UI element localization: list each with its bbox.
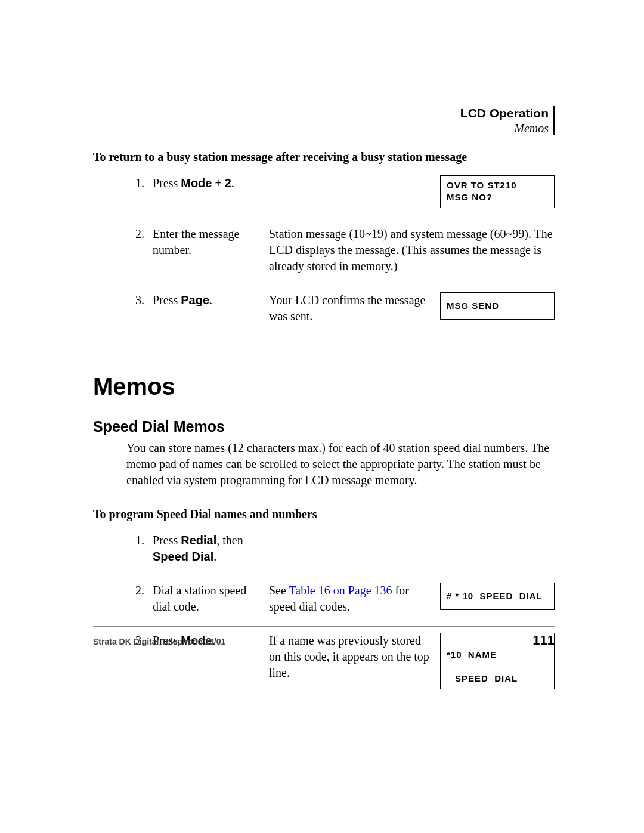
key-label: Mode bbox=[181, 176, 212, 190]
step-number: 1. bbox=[93, 532, 153, 583]
heading-1: Memos bbox=[93, 373, 555, 400]
lcd-display: OVR TO ST210 MSG NO? bbox=[440, 175, 555, 208]
key-label: Speed Dial bbox=[153, 550, 213, 563]
procedure-title: To return to a busy station message afte… bbox=[93, 150, 555, 164]
text: + bbox=[212, 176, 224, 190]
procedure-steps: 1. Press Mode + 2. OVR TO ST210 MSG NO? … bbox=[93, 175, 555, 342]
step-number: 2. bbox=[93, 583, 153, 633]
footer-title: Strata DK Digital Telephone 10/01 bbox=[93, 637, 225, 646]
step-action: Press Page. bbox=[153, 292, 258, 342]
lcd-display: # * 10 SPEED DIAL bbox=[440, 583, 555, 610]
text: Press bbox=[153, 534, 181, 547]
result-text: See Table 16 on Page 136 for speed dial … bbox=[269, 583, 429, 615]
step-row: 1. Press Mode + 2. OVR TO ST210 MSG NO? bbox=[93, 175, 555, 226]
lcd-display: MSG SEND bbox=[440, 292, 555, 320]
step-action: Press Mode + 2. bbox=[153, 175, 258, 226]
step-result: Your LCD confirms the message was sent. … bbox=[258, 292, 555, 342]
paragraph: You can store names (12 characters max.)… bbox=[126, 440, 555, 488]
step-row: 2. Enter the message number. Station mes… bbox=[93, 226, 555, 292]
page-body: To return to a busy station message afte… bbox=[93, 150, 555, 707]
text: . bbox=[231, 176, 234, 190]
lcd-line: *10 NAME bbox=[447, 649, 497, 659]
lcd-line: SPEED DIAL bbox=[447, 673, 518, 683]
text: See bbox=[269, 584, 289, 597]
step-row: 2. Dial a station speed dial code. See T… bbox=[93, 583, 555, 633]
text: Press bbox=[153, 176, 181, 190]
step-result: Station message (10~19) and system messa… bbox=[258, 226, 555, 292]
step-action: Press Redial, then Speed Dial. bbox=[153, 532, 258, 583]
key-label: Redial bbox=[181, 534, 216, 547]
key-label: Page bbox=[181, 293, 209, 306]
step-row: 1. Press Redial, then Speed Dial. bbox=[93, 532, 555, 583]
step-number: 3. bbox=[93, 292, 153, 342]
step-result: OVR TO ST210 MSG NO? bbox=[258, 175, 555, 226]
text: Press bbox=[153, 293, 181, 306]
step-result bbox=[258, 532, 555, 583]
step-action: Enter the message number. bbox=[153, 226, 258, 292]
heading-2: Speed Dial Memos bbox=[93, 418, 555, 435]
procedure-steps: 1. Press Redial, then Speed Dial. 2. Dia… bbox=[93, 532, 555, 707]
step-row: 3. Press Page. Your LCD confirms the mes… bbox=[93, 292, 555, 342]
header-chapter: LCD Operation bbox=[460, 106, 549, 120]
page-number: 111 bbox=[532, 633, 555, 648]
cross-reference-link[interactable]: Table 16 on Page 136 bbox=[289, 584, 392, 597]
page: LCD Operation Memos To return to a busy … bbox=[0, 0, 644, 833]
step-result: See Table 16 on Page 136 for speed dial … bbox=[258, 583, 555, 633]
key-label: 2 bbox=[225, 176, 231, 190]
procedure-title: To program Speed Dial names and numbers bbox=[93, 507, 555, 521]
step-number: 1. bbox=[93, 175, 153, 226]
rule bbox=[93, 168, 555, 168]
step-action: Dial a station speed dial code. bbox=[153, 583, 258, 633]
step-number: 2. bbox=[93, 226, 153, 292]
text: . bbox=[213, 550, 216, 563]
text: , then bbox=[216, 534, 243, 547]
page-header: LCD Operation Memos bbox=[460, 106, 555, 135]
page-footer: Strata DK Digital Telephone 10/01 111 bbox=[93, 626, 555, 648]
rule bbox=[93, 525, 555, 525]
result-text: Your LCD confirms the message was sent. bbox=[269, 292, 429, 324]
text: . bbox=[209, 293, 212, 306]
header-section: Memos bbox=[460, 122, 549, 135]
